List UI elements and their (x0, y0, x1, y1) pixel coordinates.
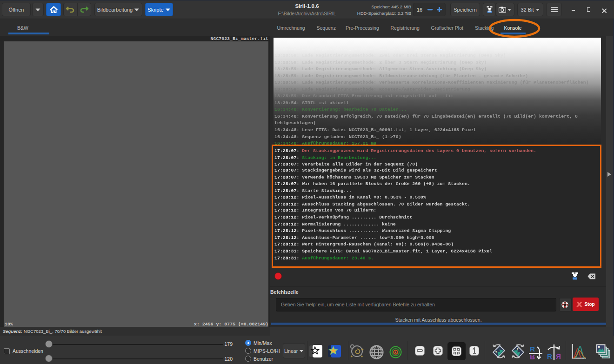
svg-text:R: R (530, 353, 535, 361)
svg-text:R: R (547, 352, 552, 360)
svg-text:R: R (530, 345, 535, 353)
svg-text:R: R (556, 352, 561, 360)
